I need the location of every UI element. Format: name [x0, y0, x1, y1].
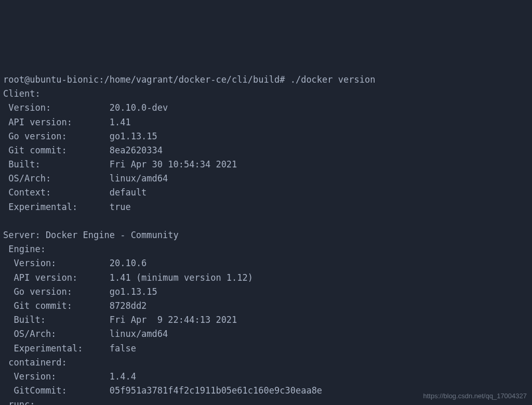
containerd-version-key: Version:: [3, 370, 110, 384]
runc-header: runc:: [3, 399, 35, 405]
client-os-value: linux/amd64: [110, 173, 168, 184]
client-api-key: API version:: [3, 115, 110, 129]
engine-experimental-key: Experimental:: [3, 342, 110, 356]
client-experimental-key: Experimental:: [3, 200, 110, 214]
engine-git-row: Git commit: 8728dd2: [3, 299, 529, 313]
client-context-row: Context: default: [3, 186, 529, 200]
engine-git-key: Git commit:: [3, 299, 110, 313]
engine-version-key: Version:: [3, 256, 110, 270]
engine-built-value: Fri Apr 9 22:44:13 2021: [110, 315, 237, 325]
client-context-key: Context:: [3, 186, 110, 200]
engine-experimental-row: Experimental: false: [3, 342, 529, 356]
client-api-value: 1.41: [110, 117, 131, 127]
engine-built-key: Built:: [3, 313, 110, 327]
client-header: Client:: [3, 88, 41, 99]
client-experimental-row: Experimental: true: [3, 200, 529, 214]
engine-api-value: 1.41 (minimum version 1.12): [110, 272, 253, 283]
server-header: Server: Docker Engine - Community: [3, 230, 179, 240]
client-built-value: Fri Apr 30 10:54:34 2021: [110, 159, 237, 169]
engine-go-row: Go version: go1.13.15: [3, 285, 529, 299]
client-built-key: Built:: [3, 158, 110, 172]
client-git-row: Git commit: 8ea2620334: [3, 143, 529, 158]
containerd-version-row: Version: 1.4.4: [3, 370, 529, 384]
client-built-row: Built: Fri Apr 30 10:54:34 2021: [3, 158, 529, 172]
engine-api-row: API version: 1.41 (minimum version 1.12): [3, 271, 529, 285]
engine-os-key: OS/Arch:: [3, 327, 110, 341]
engine-os-value: linux/amd64: [110, 329, 168, 339]
client-os-key: OS/Arch:: [3, 172, 110, 186]
engine-built-row: Built: Fri Apr 9 22:44:13 2021: [3, 313, 529, 327]
client-go-key: Go version:: [3, 129, 110, 143]
shell-prompt: root@ubuntu-bionic:/home/vagrant/docker-…: [3, 74, 375, 85]
client-go-row: Go version: go1.13.15: [3, 129, 529, 143]
containerd-header: containerd:: [3, 357, 67, 368]
engine-api-key: API version:: [3, 271, 110, 285]
client-os-row: OS/Arch: linux/amd64: [3, 172, 529, 186]
terminal-output[interactable]: root@ubuntu-bionic:/home/vagrant/docker-…: [3, 59, 529, 405]
engine-os-row: OS/Arch: linux/amd64: [3, 327, 529, 341]
engine-go-key: Go version:: [3, 285, 110, 299]
engine-header: Engine:: [3, 244, 46, 254]
client-git-key: Git commit:: [3, 143, 110, 158]
containerd-git-key: GitCommit:: [3, 384, 110, 398]
engine-experimental-value: false: [110, 343, 136, 354]
client-experimental-value: true: [110, 202, 131, 212]
client-version-value: 20.10.0-dev: [110, 102, 168, 113]
client-version-key: Version:: [3, 101, 110, 115]
containerd-version-value: 1.4.4: [110, 371, 136, 382]
engine-go-value: go1.13.15: [110, 286, 157, 297]
engine-version-row: Version: 20.10.6: [3, 256, 529, 270]
engine-version-value: 20.10.6: [110, 258, 147, 268]
client-api-row: API version: 1.41: [3, 115, 529, 129]
client-context-value: default: [110, 187, 147, 198]
engine-git-value: 8728dd2: [110, 301, 147, 311]
watermark-text: https://blog.csdn.net/qq_17004327: [423, 391, 527, 402]
client-git-value: 8ea2620334: [110, 145, 163, 155]
client-version-row: Version: 20.10.0-dev: [3, 101, 529, 115]
containerd-git-value: 05f951a3781f4f2c1911b05e61c160e9c30eaa8e: [110, 385, 322, 396]
client-go-value: go1.13.15: [110, 131, 157, 141]
